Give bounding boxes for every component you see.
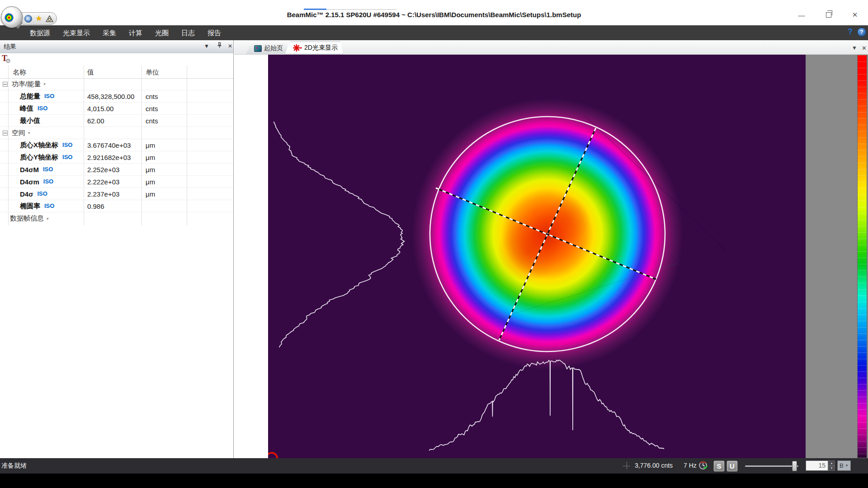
panel-menu-chevron-icon[interactable]: ▼	[203, 43, 211, 49]
tab-bar: 起始页 2D光束显示 ▼ ✕	[234, 40, 868, 55]
tab-close-icon[interactable]: ✕	[862, 45, 867, 52]
app-logo[interactable]	[1, 6, 22, 27]
iso-badge: ISO	[37, 190, 47, 197]
table-row[interactable]: 最小值 62.00 cnts	[0, 115, 233, 127]
logo-disc	[1, 6, 23, 28]
iso-badge: ISO	[38, 105, 47, 112]
tab-start-page[interactable]: 起始页	[246, 42, 288, 54]
gear-icon: ⚙	[5, 57, 11, 64]
collapse-icon[interactable]	[3, 131, 8, 136]
menu-item-aperture[interactable]: 光圈	[149, 25, 175, 40]
favorites-button[interactable]: ★	[35, 15, 43, 23]
iso-badge: ISO	[44, 202, 54, 209]
group-chevron-icon: ▾	[28, 131, 30, 135]
menu-item-log[interactable]: 日志	[175, 25, 201, 40]
iso-badge: ISO	[44, 93, 54, 99]
col-header-value: 值	[87, 68, 94, 77]
beam-asterisk-icon	[293, 44, 302, 52]
group-row-frame-info[interactable]: 数据帧信息▾	[0, 212, 233, 225]
x-profile-curve	[429, 360, 664, 450]
help-circle-icon[interactable]: ?	[857, 28, 866, 37]
spinner-down-icon[interactable]: ▼	[828, 466, 835, 471]
mode-dropdown[interactable]: B ▼	[837, 460, 851, 471]
results-table-header: 名称 值 单位	[0, 66, 233, 79]
panel-pin-icon[interactable]	[215, 42, 223, 50]
start-page-icon	[254, 45, 262, 52]
table-row[interactable]: D4σmISO 2.222e+03 μm	[0, 176, 233, 188]
col-header-name: 名称	[13, 68, 26, 77]
dropdown-chevron-icon: ▼	[845, 464, 849, 468]
restore-icon	[826, 12, 831, 18]
color-scale-bar[interactable]	[857, 55, 867, 458]
minor-axis-line	[436, 188, 656, 279]
pause-icon	[24, 15, 32, 23]
configure-results-button[interactable]: T⚙	[2, 54, 14, 65]
u-mode-button[interactable]: U	[726, 460, 738, 472]
results-panel-header: 结果 ▼ ✕	[0, 40, 233, 54]
spinner-up-icon[interactable]: ▲	[828, 460, 835, 466]
quick-access-toolbar: ★	[21, 12, 57, 25]
table-row[interactable]: 质心Y轴坐标ISO 2.921682e+03 μm	[0, 151, 233, 164]
group-row-spatial[interactable]: 空间▾	[0, 127, 233, 139]
table-row[interactable]: 峰值ISO 4,015.00 cnts	[0, 103, 233, 115]
menu-item-compute[interactable]: 计算	[123, 25, 149, 40]
aperture-button[interactable]	[46, 15, 53, 23]
status-counts: 3,776.00 cnts	[635, 462, 673, 469]
status-rate: 7 Hz	[684, 462, 697, 469]
table-row[interactable]: 质心X轴坐标ISO 3.676740e+03 μm	[0, 139, 233, 151]
minimize-button[interactable]: —	[795, 10, 808, 20]
pause-button[interactable]	[24, 15, 32, 23]
table-row[interactable]: D4σMISO 2.252e+03 μm	[0, 164, 233, 176]
group-chevron-icon: ▾	[43, 82, 46, 86]
application-window: BeamMic™ 2.15.1 SP620U #649594 ~ C:\User…	[0, 0, 868, 488]
help-question-icon[interactable]: ?	[848, 27, 853, 37]
title-accent-line-gray	[326, 9, 396, 10]
title-accent-line	[304, 9, 326, 10]
cursor-crosshair-icon[interactable]	[623, 462, 631, 471]
iso-badge: ISO	[43, 166, 53, 173]
window-title: BeamMic™ 2.15.1 SP620U #649594 ~ C:\User…	[287, 11, 581, 19]
gain-slider-handle[interactable]	[792, 461, 797, 471]
y-profile-curve	[274, 122, 405, 347]
table-row[interactable]: D4σISO 2.237e+03 μm	[0, 188, 233, 200]
panel-title: 结果	[4, 43, 16, 51]
menu-item-capture[interactable]: 采集	[96, 25, 123, 40]
beam-2d-image[interactable]	[268, 55, 806, 458]
dock-margin	[234, 55, 268, 458]
menu-item-data-source[interactable]: 数据源	[24, 25, 57, 40]
iso-badge: ISO	[43, 178, 53, 185]
restore-button[interactable]	[822, 10, 835, 20]
timer-status-icon	[698, 461, 708, 472]
status-bar: 准备就绪 3,776.00 cnts 7 Hz S U 15 ▲ ▼ B	[0, 458, 868, 474]
tab-2d-beam-display[interactable]: 2D光束显示	[285, 42, 343, 54]
gain-slider-track[interactable]	[745, 465, 798, 467]
menu-item-beam-display[interactable]: 光束显示	[57, 25, 96, 40]
tab-list-chevron-icon[interactable]: ▼	[852, 45, 857, 51]
frame-spinner-value[interactable]: 15	[806, 460, 828, 471]
results-toolbar: T⚙	[0, 53, 233, 66]
aperture-icon	[46, 15, 53, 22]
iso-badge: ISO	[62, 154, 72, 160]
menu-bar: 数据源 光束显示 采集 计算 光圈 日志 报告	[0, 25, 868, 40]
col-header-unit: 单位	[146, 68, 159, 77]
results-panel: 结果 ▼ ✕ T⚙ 名称 值 单位 功率/能量▾ 总能量ISO	[0, 40, 234, 458]
star-icon: ★	[36, 15, 42, 22]
close-button[interactable]: ✕	[848, 10, 862, 20]
iso-badge: ISO	[62, 141, 72, 148]
bottom-black-strip	[0, 474, 868, 488]
group-row-power[interactable]: 功率/能量▾	[0, 78, 233, 90]
s-mode-button[interactable]: S	[713, 460, 725, 472]
group-chevron-icon: ▾	[47, 216, 49, 221]
panel-close-icon[interactable]: ✕	[226, 43, 234, 49]
table-row[interactable]: 椭圆率ISO 0.986	[0, 200, 233, 212]
collapse-icon[interactable]	[3, 82, 8, 87]
beam-bullseye-icon	[5, 13, 14, 22]
table-row[interactable]: 总能量ISO 458,328,500.00 cnts	[0, 90, 233, 103]
status-ready-text: 准备就绪	[1, 462, 27, 470]
artifact-line	[585, 116, 727, 251]
title-bar: BeamMic™ 2.15.1 SP620U #649594 ~ C:\User…	[0, 0, 868, 25]
beam-overlay	[268, 55, 806, 458]
menu-item-report[interactable]: 报告	[201, 25, 227, 40]
saturation-marker-icon	[268, 453, 277, 458]
frame-spinner-arrows: ▲ ▼	[828, 460, 835, 471]
